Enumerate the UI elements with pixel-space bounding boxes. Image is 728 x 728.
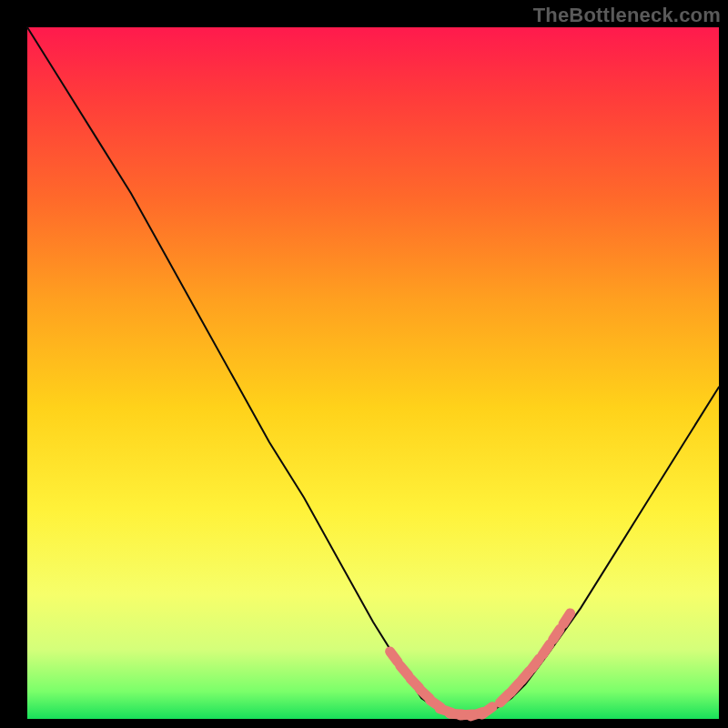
watermark-text: TheBottleneck.com [533, 4, 721, 27]
chart-svg [27, 27, 719, 719]
chart-frame: TheBottleneck.com [0, 0, 728, 728]
optimal-dot [400, 665, 409, 675]
optimal-dot [531, 659, 539, 669]
optimal-dot [553, 629, 561, 640]
optimal-dot [390, 652, 398, 662]
optimal-dot [563, 613, 571, 624]
optimal-dot [482, 707, 492, 714]
optimal-range-dots [390, 613, 571, 716]
bottleneck-curve [27, 27, 719, 715]
optimal-dot [542, 644, 550, 655]
chart-plot-area [27, 27, 719, 719]
optimal-dot [521, 672, 530, 682]
